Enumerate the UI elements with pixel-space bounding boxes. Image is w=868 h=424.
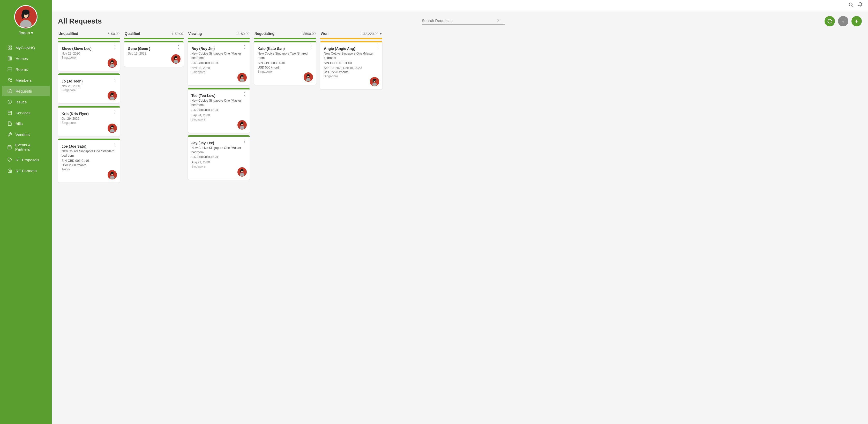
sidebar-item-issues[interactable]: Issues [2,97,50,107]
svg-rect-10 [8,57,12,60]
card-code: SIN-CBD-001-01-00 [324,61,379,65]
card-bar [188,135,250,137]
filter-button[interactable] [838,16,848,26]
sidebar-item-label: RE Proposals [16,158,39,162]
sidebar: Joann ▾ MyColivHQ Homes Rooms Members Re… [0,0,52,424]
card-menu-icon[interactable]: ⋮ [113,142,117,147]
refresh-button[interactable] [825,16,835,26]
card-location: Tokyo [62,167,116,171]
sidebar-item-members[interactable]: Members [2,75,50,85]
column-won: Won 1 $2,220.00 ▾ ⋮ Angie (Angie Ang) Ne… [320,32,382,92]
card-name: Kato (Kato San) [258,46,312,51]
kanban-card: ⋮ Gene (Gene ) Sep 13, 2023 [124,41,184,67]
svg-point-97 [373,80,374,83]
card-menu-icon[interactable]: ⋮ [243,44,247,50]
column-header-negotiating: Negotiating 1 $500.00 [254,32,316,36]
sidebar-item-services[interactable]: Services [2,107,50,118]
search-clear-icon[interactable]: ✕ [496,18,500,23]
card-menu-icon[interactable]: ⋮ [176,44,181,50]
svg-point-22 [9,102,10,103]
add-button[interactable] [851,16,862,26]
card-sub: New CoLive Singapore One /Master bedroom [191,98,246,107]
svg-point-78 [241,122,244,124]
svg-point-96 [373,79,376,81]
sidebar-item-re-proposals[interactable]: RE Proposals [2,155,50,165]
card-menu-icon[interactable]: ⋮ [309,44,313,50]
briefcase-icon [7,89,12,94]
sidebar-item-requests[interactable]: Requests [2,86,50,96]
column-bar-won [320,38,382,39]
kanban-card: ⋮ Kris (Kris Flyer) Oct 29, 2020 Singapo… [58,106,120,136]
svg-rect-7 [10,46,12,47]
grid-icon [7,45,12,50]
sidebar-item-rooms[interactable]: Rooms [2,64,50,74]
sidebar-item-re-partners[interactable]: RE Partners [2,165,50,176]
svg-point-84 [241,169,244,171]
column-meta-negotiating: 1 $500.00 [300,32,315,36]
bell-icon[interactable] [858,2,863,8]
column-title-qualified: Qualified [125,32,140,36]
card-bar [320,41,382,42]
kanban-card: ⋮ Roy (Roy Jin) New CoLive Singapore One… [188,41,250,85]
column-unqualified: Unqualified 5 $0.00 ⋮ Steve (Steve Lee) … [58,32,120,185]
svg-point-49 [111,94,112,96]
card-menu-icon[interactable]: ⋮ [243,139,247,144]
header-actions [825,16,862,26]
sidebar-item-label: MyColivHQ [16,45,35,50]
column-title-viewing: Viewing [188,32,202,36]
card-date: Nov 29, 2020 [62,52,116,55]
card-date: Nov 28, 2020 [62,84,116,88]
search-icon[interactable] [848,2,854,8]
svg-point-73 [240,76,241,78]
column-header-viewing: Viewing 3 $0.00 [188,32,250,36]
card-menu-icon[interactable]: ⋮ [113,109,117,115]
sidebar-item-homes[interactable]: Homes [2,53,50,64]
card-avatar [107,91,117,100]
card-sub: New CoLive Singapore One /Standard bedro… [62,149,116,158]
sidebar-item-label: RE Partners [16,169,37,173]
card-menu-icon[interactable]: ⋮ [375,44,379,50]
svg-point-67 [174,57,175,60]
column-meta-won: 1 $2,220.00 ▾ [360,32,382,36]
svg-point-32 [849,3,852,6]
card-location: Singapore [191,118,246,121]
svg-point-54 [111,125,114,127]
sidebar-item-mycolivhq[interactable]: MyColivHQ [2,42,50,53]
kanban-card: ⋮ Jay (Jay Lee) New CoLive Singapore One… [188,135,250,180]
card-price: USD 2220 /month [324,70,379,74]
card-price: USD 2300 /month [62,163,116,167]
calendar2-icon [7,144,12,150]
sidebar-item-events[interactable]: Events & Partners [2,140,50,154]
card-bar [124,41,184,42]
svg-rect-8 [10,48,12,50]
avatar [14,5,37,28]
sidebar-item-vendors[interactable]: Vendors [2,129,50,140]
card-name: Teo (Teo Low) [191,94,246,98]
kanban-card: ⋮ Teo (Teo Low) New CoLive Singapore One… [188,88,250,132]
card-menu-icon[interactable]: ⋮ [243,92,247,96]
card-menu-icon[interactable]: ⋮ [113,44,117,50]
content-area: All Requests ✕ Unqualified [52,11,868,424]
user-name-label[interactable]: Joann ▾ [19,31,33,35]
card-sub: New CoLive Singapore One /Master bedroom [324,52,379,60]
svg-point-66 [175,56,178,58]
column-header-won: Won 1 $2,220.00 ▾ [320,32,382,36]
card-code: SIN-CBD-001-01-00 [191,61,246,65]
top-bar [52,0,868,11]
sidebar-item-bills[interactable]: Bills [2,119,50,129]
alert-icon [7,99,12,104]
page-title: All Requests [58,17,102,25]
search-input[interactable] [422,19,494,23]
house-icon [7,168,12,173]
card-date: Aug 21, 2020 [191,161,246,164]
column-header-qualified: Qualified 1 $0.00 [124,32,184,36]
svg-point-91 [307,75,308,78]
card-code: SIN-CBD-001-01-00 [191,155,246,160]
card-price: USD 500 /month [258,66,312,69]
card-location: Singapore [62,121,116,125]
svg-point-55 [111,127,112,129]
card-menu-icon[interactable]: ⋮ [113,77,117,82]
column-chevron[interactable]: ▾ [380,32,382,36]
sidebar-item-label: Issues [16,100,27,104]
card-name: Steve (Steve Lee) [62,46,116,51]
